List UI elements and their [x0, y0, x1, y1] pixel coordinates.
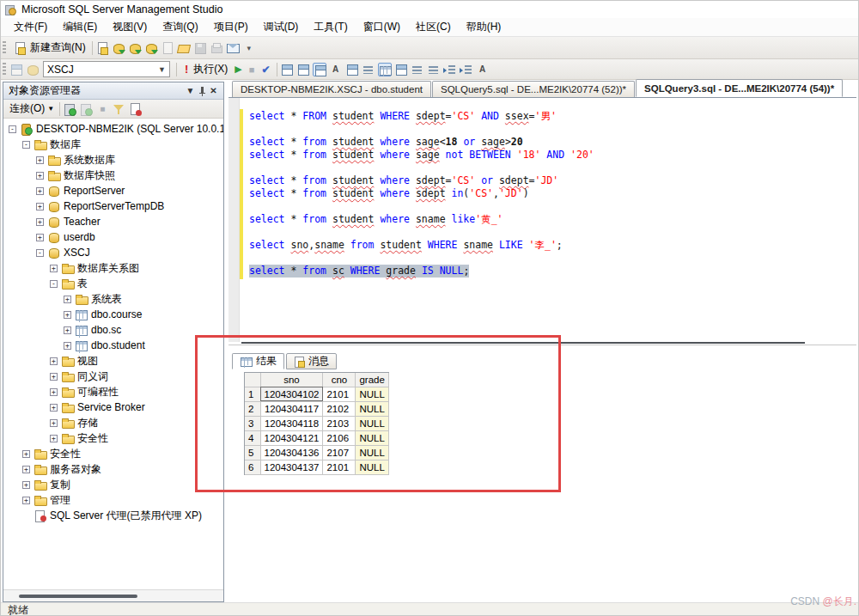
sqlcmd-mode-icon[interactable]: A: [329, 63, 343, 76]
copy-results-icon[interactable]: [345, 63, 359, 76]
menu-item-2[interactable]: 编辑(E): [55, 17, 105, 37]
grid-cell[interactable]: 6: [245, 460, 260, 474]
connect-button[interactable]: 连接(O) ▼: [7, 101, 57, 117]
expander-icon[interactable]: +: [22, 466, 30, 473]
grid-cell[interactable]: NULL: [356, 416, 388, 430]
expander-icon[interactable]: -: [9, 125, 16, 133]
execute-button[interactable]: ! 执行(X): [180, 60, 231, 78]
tree-item-dbo-course[interactable]: +dbo.course: [3, 307, 223, 322]
grid-cell[interactable]: 2103: [323, 416, 356, 430]
indent-icon[interactable]: [443, 63, 457, 76]
expander-icon[interactable]: +: [36, 203, 44, 210]
grid-cell[interactable]: NULL: [356, 445, 388, 460]
grid-cell[interactable]: 5: [245, 445, 260, 460]
page-disabled-icon[interactable]: [161, 41, 174, 55]
expander-icon[interactable]: +: [22, 481, 30, 489]
change-case-icon[interactable]: A: [476, 63, 490, 76]
horizontal-scrollbar[interactable]: [3, 589, 223, 601]
grid-cell[interactable]: 4: [245, 430, 260, 445]
chevron-down-icon[interactable]: ▼: [184, 86, 197, 95]
menu-item-5[interactable]: 项目(P): [206, 17, 256, 37]
expander-icon[interactable]: +: [50, 435, 58, 442]
document-tab-3[interactable]: SQLQuery3.sql - DE...ME2IK\20774 (54))*: [636, 79, 843, 97]
grid-cell[interactable]: 1204304102: [260, 387, 323, 401]
pin-icon[interactable]: [197, 86, 207, 96]
print-icon[interactable]: [210, 41, 223, 55]
tree-item-xscj[interactable]: -XSCJ: [3, 245, 223, 260]
tree-item--[interactable]: +系统表: [3, 291, 223, 307]
results-text-icon[interactable]: [362, 63, 375, 76]
close-icon[interactable]: ✕: [207, 86, 220, 95]
parse-button[interactable]: ✔: [258, 62, 273, 77]
expander-icon[interactable]: +: [22, 450, 30, 458]
db-analysis-query-icon[interactable]: [128, 41, 142, 55]
menu-item-6[interactable]: 调试(D): [256, 17, 307, 37]
expander-icon[interactable]: +: [50, 265, 58, 272]
expander-icon[interactable]: +: [64, 311, 71, 319]
open-file-icon[interactable]: [177, 41, 191, 55]
grid-column-header[interactable]: [245, 373, 260, 387]
database-combobox[interactable]: XSCJ ▼: [43, 61, 170, 77]
script-error-icon[interactable]: [128, 102, 142, 116]
tree-item--[interactable]: +数据库快照: [3, 168, 223, 183]
grid-cell[interactable]: 3: [245, 416, 260, 430]
grid-cell[interactable]: 2102: [323, 401, 356, 416]
document-tab-2[interactable]: SQLQuery5.sql - DE...ME2IK\20774 (52))*: [432, 81, 635, 97]
grid-cell[interactable]: 1204304136: [260, 445, 323, 460]
expander-icon[interactable]: +: [50, 357, 58, 365]
grid-cell[interactable]: NULL: [356, 460, 388, 474]
grid-cell[interactable]: NULL: [356, 387, 388, 401]
expander-icon[interactable]: +: [36, 234, 44, 241]
menu-item-3[interactable]: 视图(V): [105, 17, 155, 37]
debug-button[interactable]: ▶: [231, 62, 245, 76]
grid-cell[interactable]: 1204304121: [260, 430, 323, 445]
tree-item-teacher[interactable]: +Teacher: [3, 214, 223, 229]
tree-item-reportserver[interactable]: +ReportServer: [3, 183, 223, 198]
grid-cell[interactable]: 2: [245, 401, 260, 416]
grid-cell[interactable]: NULL: [356, 401, 388, 416]
expander-icon[interactable]: +: [36, 172, 44, 180]
grid-cell[interactable]: 1204304137: [260, 460, 323, 474]
tree-item--[interactable]: +视图: [3, 353, 223, 369]
menu-item-8[interactable]: 窗口(W): [356, 17, 408, 37]
tree-item--[interactable]: +同义词: [3, 369, 223, 384]
expander-icon[interactable]: +: [64, 296, 71, 303]
toolbar-overflow-icon[interactable]: ▾: [242, 41, 256, 55]
expander-icon[interactable]: +: [64, 326, 71, 334]
tree-item-sql-server-xp-[interactable]: +SQL Server 代理(已禁用代理 XP): [3, 508, 223, 523]
menu-item-7[interactable]: 工具(T): [306, 17, 355, 37]
grid-cell[interactable]: 2107: [323, 445, 356, 460]
grid-cell[interactable]: 1204304118: [260, 416, 323, 430]
filter-icon[interactable]: [112, 102, 125, 116]
mail-icon[interactable]: [226, 41, 240, 55]
new-file-icon[interactable]: [95, 41, 109, 55]
tree-item-dbo-sc[interactable]: +dbo.sc: [3, 322, 223, 338]
comment-icon[interactable]: [411, 63, 424, 76]
expander-icon[interactable]: +: [50, 404, 58, 412]
expander-icon[interactable]: +: [36, 156, 44, 164]
document-tab-1[interactable]: DESKTOP-NBME2IK.XSCJ - dbo.student: [232, 81, 431, 97]
stop-small-icon[interactable]: ■: [95, 102, 109, 116]
tree-item--[interactable]: +安全性: [3, 446, 223, 461]
expander-icon[interactable]: +: [50, 388, 58, 396]
menu-item-9[interactable]: 社区(C): [408, 17, 459, 37]
expander-icon[interactable]: -: [50, 280, 58, 288]
menu-item-10[interactable]: 帮助(H): [459, 17, 509, 37]
tree-item--[interactable]: +数据库关系图: [3, 260, 223, 276]
tree-item--[interactable]: +复制: [3, 477, 223, 492]
db-compact-query-icon[interactable]: [144, 41, 158, 55]
expander-icon[interactable]: -: [36, 249, 44, 257]
menu-item-4[interactable]: 查询(Q): [155, 17, 205, 37]
stop-button[interactable]: ■: [246, 63, 259, 76]
grid-cell[interactable]: NULL: [356, 430, 388, 445]
available-databases-icon[interactable]: [26, 63, 40, 76]
query-designer-icon[interactable]: [296, 63, 310, 76]
results-file-icon[interactable]: [394, 63, 408, 76]
tab-results[interactable]: 结果: [232, 353, 284, 369]
tree-item-reportservertempdb[interactable]: +ReportServerTempDB: [3, 198, 223, 214]
disconnect-server-icon[interactable]: [79, 102, 93, 116]
expander-icon[interactable]: +: [50, 373, 58, 381]
outdent-icon[interactable]: [460, 63, 473, 76]
grid-column-header-cno[interactable]: cno: [323, 373, 356, 387]
tree-item--[interactable]: -数据库: [3, 137, 223, 152]
